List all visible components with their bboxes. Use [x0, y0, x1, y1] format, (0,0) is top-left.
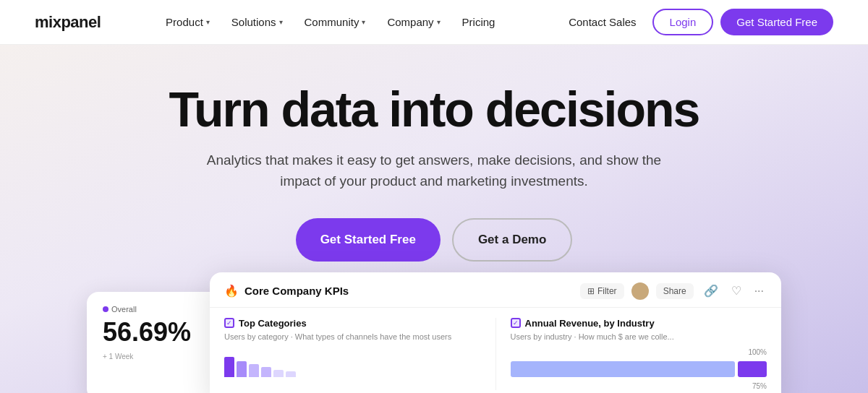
fire-icon: 🔥 [224, 284, 239, 298]
nav-company[interactable]: Company ▾ [378, 12, 448, 33]
chart-bar-purple [738, 361, 767, 377]
kpi-checkbox-1: ✓ [224, 318, 234, 328]
link-icon[interactable]: 🔗 [701, 282, 721, 299]
metric-card: Overall 56.69% + 1 Week [87, 292, 224, 393]
filter-button[interactable]: ⊞ Filter [580, 283, 624, 299]
overall-dot-icon [103, 306, 109, 312]
hero-cta-buttons: Get Started Free Get a Demo [296, 218, 573, 262]
filter-icon: ⊞ [587, 286, 595, 296]
chart-bar-blue [511, 361, 736, 377]
chevron-down-icon: ▾ [279, 18, 283, 26]
card-body: ✓ Top Categories Users by category · Wha… [210, 308, 781, 393]
kpi-title-1: Top Categories [239, 318, 307, 329]
logo: mixpanel [35, 13, 101, 32]
bar-6 [286, 371, 296, 377]
avatar [631, 282, 649, 300]
kpi-subtitle-2: Users by industry · How much $ are we co… [511, 332, 767, 342]
contact-sales-link[interactable]: Contact Sales [560, 12, 644, 33]
kpi-title-2: Annual Revenue, by Industry [525, 318, 655, 329]
metric-label: Overall [103, 305, 208, 314]
dashboard-preview: Overall 56.69% + 1 Week 🔥 Core Company K… [0, 272, 868, 393]
chevron-down-icon: ▾ [362, 18, 365, 26]
kpi-col-2: ✓ Annual Revenue, by Industry Users by i… [511, 318, 767, 390]
nav-pricing[interactable]: Pricing [454, 12, 504, 33]
chevron-down-icon: ▾ [206, 18, 210, 26]
card-title: Core Company KPIs [244, 285, 349, 297]
bar-1 [224, 357, 234, 377]
card-actions: ⊞ Filter Share 🔗 ♡ ··· [580, 282, 767, 300]
card-title-row: 🔥 Core Company KPIs [224, 284, 349, 298]
share-button[interactable]: Share [656, 283, 694, 299]
card-header: 🔥 Core Company KPIs ⊞ Filter Share 🔗 ♡ ·… [210, 272, 781, 308]
bar-3 [249, 364, 259, 377]
check-icon: ✓ [513, 319, 519, 327]
main-dashboard-card: 🔥 Core Company KPIs ⊞ Filter Share 🔗 ♡ ·… [210, 272, 781, 393]
metric-timeframe: + 1 Week [103, 353, 208, 360]
nav-right: Contact Sales Login Get Started Free [560, 9, 833, 35]
heart-icon[interactable]: ♡ [728, 282, 744, 299]
check-icon: ✓ [226, 319, 232, 327]
right-chart: 100% 75% [511, 348, 767, 390]
hero-subtitle: Analytics that makes it easy to get answ… [195, 150, 673, 192]
kpi-title-row-2: ✓ Annual Revenue, by Industry [511, 318, 767, 329]
nav-product[interactable]: Product ▾ [157, 12, 218, 33]
login-button[interactable]: Login [652, 9, 714, 35]
bar-2 [237, 361, 247, 377]
navbar: mixpanel Product ▾ Solutions ▾ Community… [0, 0, 868, 45]
chart-top-label: 100% [748, 348, 767, 356]
kpi-subtitle-1: Users by category · What types of channe… [224, 332, 481, 342]
hero-section: Turn data into decisions Analytics that … [0, 45, 868, 393]
bar-5 [273, 370, 284, 377]
nav-solutions[interactable]: Solutions ▾ [223, 12, 292, 33]
kpi-checkbox-2: ✓ [511, 318, 521, 328]
get-demo-button[interactable]: Get a Demo [452, 218, 572, 262]
nav-community[interactable]: Community ▾ [296, 12, 375, 33]
kpi-col-1: ✓ Top Categories Users by category · Wha… [224, 318, 496, 390]
kpi-title-row-1: ✓ Top Categories [224, 318, 481, 329]
bar-4 [261, 367, 271, 377]
nav-links: Product ▾ Solutions ▾ Community ▾ Compan… [157, 12, 503, 33]
chevron-down-icon: ▾ [437, 18, 441, 26]
mini-bar-chart-1 [224, 348, 481, 377]
hero-title: Turn data into decisions [169, 82, 699, 137]
get-started-hero-button[interactable]: Get Started Free [296, 218, 441, 262]
chart-mid-label: 75% [752, 382, 767, 390]
metric-value: 56.69% [103, 318, 208, 347]
get-started-nav-button[interactable]: Get Started Free [720, 9, 833, 35]
more-icon[interactable]: ··· [752, 283, 767, 299]
